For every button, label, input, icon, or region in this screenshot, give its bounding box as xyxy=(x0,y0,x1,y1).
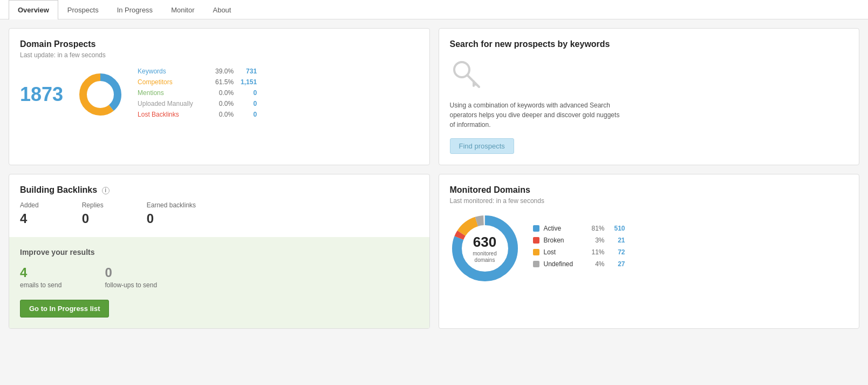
key-icon xyxy=(450,58,849,92)
prospect-val-mentions: 0 xyxy=(238,89,257,97)
improve-stats: 4 emails to send 0 follow-ups to send xyxy=(20,265,419,289)
prospect-row-mentions: Mentions 0.0% 0 xyxy=(138,89,418,97)
stat-added: Added 4 xyxy=(20,201,39,226)
domain-prospects-subtitle: Last update: in a few seconds xyxy=(20,51,419,59)
legend-pct-active: 81% xyxy=(586,225,605,232)
emails-label: emails to send xyxy=(20,281,61,289)
monitored-legend: Active 81% 510 Broken 3% 21 Lost 11% 72 xyxy=(533,225,849,272)
prospect-label-lost: Lost Backlinks xyxy=(138,111,208,118)
stat-earned: Earned backlinks 0 xyxy=(147,201,196,226)
find-prospects-button[interactable]: Find prospects xyxy=(450,138,514,154)
stat-added-label: Added xyxy=(20,201,39,209)
prospect-row-keywords: Keywords 39.0% 731 xyxy=(138,67,418,75)
monitored-title: Monitored Domains xyxy=(450,185,849,195)
legend-dot-broken xyxy=(533,237,539,244)
monitored-subtitle: Last monitored: in a few seconds xyxy=(450,197,849,205)
backlinks-top: Building Backlinks i Added 4 Replies 0 E… xyxy=(9,174,429,237)
building-backlinks-card: Building Backlinks i Added 4 Replies 0 E… xyxy=(9,174,430,329)
legend-val-undefined: 27 xyxy=(609,260,625,268)
backlinks-title: Building Backlinks i xyxy=(20,185,419,195)
tab-in-progress[interactable]: In Progress xyxy=(108,0,162,19)
info-icon[interactable]: i xyxy=(102,187,110,194)
prospect-val-competitors: 1,151 xyxy=(238,78,257,86)
stat-earned-val: 0 xyxy=(147,211,196,226)
legend-active: Active 81% 510 xyxy=(533,225,849,232)
prospect-val-uploaded: 0 xyxy=(238,100,257,107)
prospect-pct-lost: 0.0% xyxy=(212,111,234,118)
domain-prospects-card: Domain Prospects Last update: in a few s… xyxy=(9,28,430,165)
prospects-table: Keywords 39.0% 731 Competitors 61.5% 1,1… xyxy=(138,67,418,121)
legend-val-lost: 72 xyxy=(609,248,625,256)
monitored-donut: 630 monitoreddomains xyxy=(450,213,520,283)
legend-lost: Lost 11% 72 xyxy=(533,248,849,256)
legend-dot-lost xyxy=(533,249,539,255)
improve-section: Improve your results 4 emails to send 0 … xyxy=(9,237,429,328)
legend-name-undefined: Undefined xyxy=(544,260,582,268)
emails-stat: 4 emails to send xyxy=(20,265,61,289)
search-card-description: Using a combination of keywords with adv… xyxy=(450,100,623,130)
tab-monitor[interactable]: Monitor xyxy=(162,0,203,19)
prospect-pct-mentions: 0.0% xyxy=(212,89,234,97)
tab-about[interactable]: About xyxy=(203,0,240,19)
prospects-donut xyxy=(76,70,125,119)
prospect-val-keywords: 731 xyxy=(238,67,257,75)
prospect-label-competitors: Competitors xyxy=(138,78,208,86)
prospect-pct-keywords: 39.0% xyxy=(212,67,234,75)
legend-broken: Broken 3% 21 xyxy=(533,237,849,244)
legend-pct-lost: 11% xyxy=(586,248,605,256)
tab-prospects[interactable]: Prospects xyxy=(58,0,108,19)
nav-bar: Overview Prospects In Progress Monitor A… xyxy=(0,0,868,19)
stat-earned-label: Earned backlinks xyxy=(147,201,196,209)
prospect-pct-uploaded: 0.0% xyxy=(212,100,234,107)
prospect-label-uploaded: Uploaded Manually xyxy=(138,100,208,107)
legend-pct-broken: 3% xyxy=(586,237,605,244)
legend-dot-undefined xyxy=(533,261,539,267)
stat-added-val: 4 xyxy=(20,211,39,226)
legend-name-active: Active xyxy=(544,225,582,232)
prospect-row-lost: Lost Backlinks 0.0% 0 xyxy=(138,111,418,118)
go-to-in-progress-button[interactable]: Go to In Progress list xyxy=(20,300,109,318)
prospect-row-competitors: Competitors 61.5% 1,151 xyxy=(138,78,418,86)
search-prospects-card: Search for new prospects by keywords Usi… xyxy=(439,28,860,165)
prospect-pct-competitors: 61.5% xyxy=(212,78,234,86)
legend-dot-active xyxy=(533,225,539,232)
prospects-total: 1873 xyxy=(20,83,63,106)
legend-val-broken: 21 xyxy=(609,237,625,244)
search-prospects-title: Search for new prospects by keywords xyxy=(450,39,849,49)
prospect-val-lost: 0 xyxy=(238,111,257,118)
legend-name-lost: Lost xyxy=(544,248,582,256)
stat-replies-label: Replies xyxy=(82,201,104,209)
prospect-label-keywords: Keywords xyxy=(138,67,208,75)
legend-undefined: Undefined 4% 27 xyxy=(533,260,849,268)
legend-pct-undefined: 4% xyxy=(586,260,605,268)
followups-val: 0 xyxy=(105,265,157,280)
domain-prospects-title: Domain Prospects xyxy=(20,39,419,49)
stat-replies-val: 0 xyxy=(82,211,104,226)
tab-overview[interactable]: Overview xyxy=(9,0,58,19)
prospects-body: 1873 Keywords 39.0% 731 Comp xyxy=(20,67,419,121)
main-content: Domain Prospects Last update: in a few s… xyxy=(0,19,868,337)
backlinks-stats: Added 4 Replies 0 Earned backlinks 0 xyxy=(20,201,419,226)
followups-stat: 0 follow-ups to send xyxy=(105,265,157,289)
improve-title: Improve your results xyxy=(20,248,419,256)
monitored-body: 630 monitoreddomains Active 81% 510 Brok… xyxy=(450,213,849,283)
legend-val-active: 510 xyxy=(609,225,625,232)
followups-label: follow-ups to send xyxy=(105,281,157,289)
prospect-label-mentions: Mentions xyxy=(138,89,208,97)
monitored-domains-card: Monitored Domains Last monitored: in a f… xyxy=(439,174,860,329)
prospect-row-uploaded: Uploaded Manually 0.0% 0 xyxy=(138,100,418,107)
emails-val: 4 xyxy=(20,265,61,280)
stat-replies: Replies 0 xyxy=(82,201,104,226)
legend-name-broken: Broken xyxy=(544,237,582,244)
